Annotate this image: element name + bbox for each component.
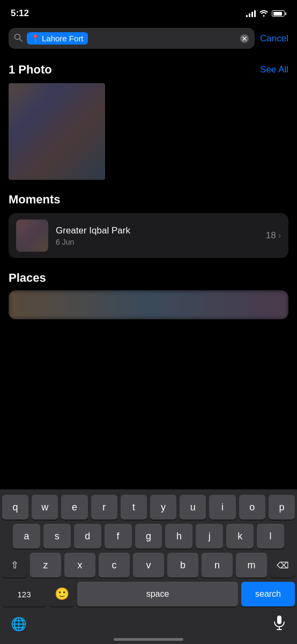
signal-bars-icon [246,10,256,17]
keyboard-bottom-row: 123 🙂 space search [0,582,297,606]
moments-section: Moments Greater Iqbal Park 6 Jun 18 › [0,184,297,262]
key-t[interactable]: t [121,495,147,519]
photos-section: 1 Photo See All [0,53,297,184]
emoji-key[interactable]: 🙂 [49,582,74,606]
keyboard-row-3: ⇧ z x c v b n m ⌫ [0,553,297,577]
key-v[interactable]: v [133,553,164,577]
moment-name: Greater Iqbal Park [56,225,258,236]
places-card-image [9,290,288,319]
key-o[interactable]: o [239,495,265,519]
moment-count: 18 [266,230,276,241]
location-pin-icon: 📍 [31,34,40,42]
microphone-icon[interactable] [272,615,286,633]
photo-thumbnail[interactable] [9,83,105,180]
status-bar: 5:12 [0,0,297,24]
keyboard-row-1: q w e r t y u i o p [0,495,297,519]
delete-key[interactable]: ⌫ [270,553,295,577]
key-e[interactable]: e [61,495,87,519]
places-title: Places [9,271,288,285]
photos-grid [9,83,288,180]
moment-date: 6 Jun [56,238,258,246]
search-input-wrap[interactable]: 📍 Lahore Fort [9,28,255,49]
key-u[interactable]: u [180,495,206,519]
moments-title: Moments [9,193,288,207]
photos-header: 1 Photo See All [9,63,288,77]
battery-icon [272,10,286,17]
key-k[interactable]: k [226,524,254,548]
key-n[interactable]: n [202,553,233,577]
key-s[interactable]: s [43,524,71,548]
key-m[interactable]: m [236,553,267,577]
see-all-button[interactable]: See All [260,64,288,75]
key-w[interactable]: w [32,495,58,519]
shift-key[interactable]: ⇧ [2,553,27,577]
key-l[interactable]: l [257,524,284,548]
key-b[interactable]: b [167,553,198,577]
svg-line-1 [20,39,23,41]
key-a[interactable]: a [13,524,40,548]
moment-card[interactable]: Greater Iqbal Park 6 Jun 18 › [9,213,288,258]
chevron-right-icon: › [278,231,281,240]
moment-count-wrap: 18 › [266,230,281,241]
svg-rect-5 [277,616,281,624]
search-bar: 📍 Lahore Fort Cancel [0,24,297,53]
globe-icon[interactable]: 🌐 [11,617,27,632]
space-key[interactable]: space [77,582,238,606]
photo-image [9,83,105,180]
search-key[interactable]: search [241,582,295,606]
keyboard-row-2: a s d f g h j k l [0,524,297,548]
key-y[interactable]: y [150,495,176,519]
moment-image [16,219,48,252]
search-icon [14,33,23,44]
places-card[interactable] [9,290,288,319]
key-r[interactable]: r [91,495,117,519]
key-f[interactable]: f [105,524,132,548]
key-i[interactable]: i [209,495,235,519]
key-q[interactable]: q [2,495,28,519]
status-time: 5:12 [11,8,29,19]
key-x[interactable]: x [64,553,95,577]
key-g[interactable]: g [135,524,162,548]
key-c[interactable]: c [99,553,130,577]
wifi-icon [259,9,269,18]
photos-title: 1 Photo [9,63,52,77]
status-icons [246,9,286,18]
clear-search-button[interactable] [240,34,249,43]
moment-thumbnail [16,219,48,252]
search-tag-label: Lahore Fort [42,34,84,43]
places-section: Places [0,262,297,321]
key-d[interactable]: d [74,524,101,548]
key-j[interactable]: j [196,524,223,548]
search-tag: 📍 Lahore Fort [27,32,88,45]
home-indicator [114,638,183,641]
key-z[interactable]: z [30,553,61,577]
keyboard: q w e r t y u i o p a s d f g h j k l ⇧ … [0,489,297,644]
cancel-button[interactable]: Cancel [260,33,288,44]
key-p[interactable]: p [269,495,295,519]
key-h[interactable]: h [165,524,192,548]
key-123[interactable]: 123 [2,582,46,606]
moment-info: Greater Iqbal Park 6 Jun [56,225,258,246]
